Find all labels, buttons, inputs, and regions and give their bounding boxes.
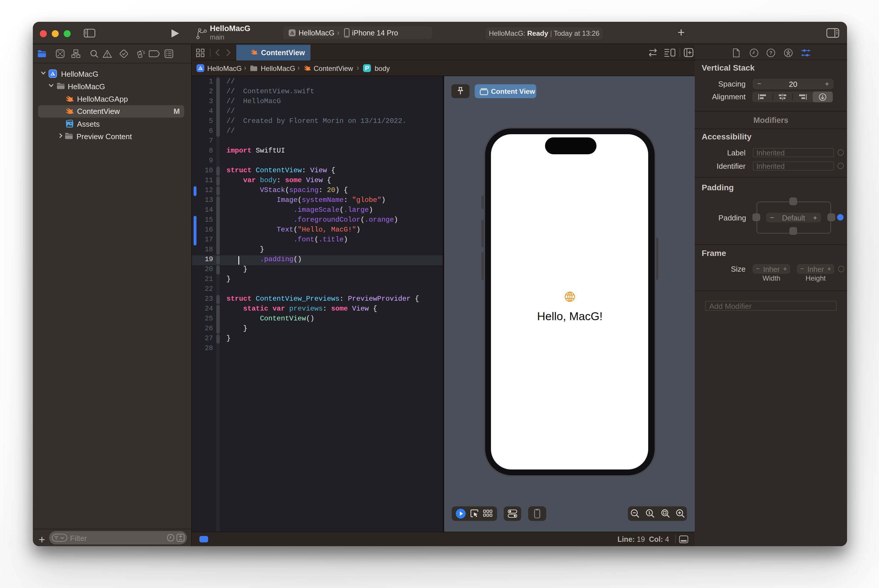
svg-text:1: 1: [648, 510, 651, 515]
svg-text:?: ?: [769, 51, 772, 56]
